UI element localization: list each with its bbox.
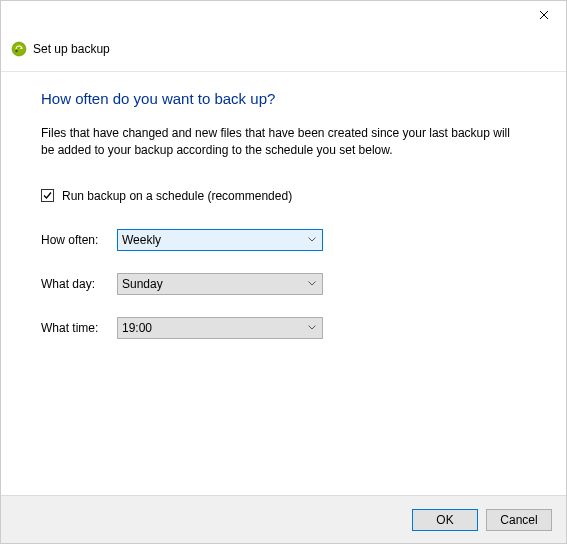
ok-button[interactable]: OK [412, 509, 478, 531]
svg-point-0 [12, 42, 26, 56]
how-often-row: How often: Weekly [41, 229, 526, 251]
what-day-value: Sunday [122, 277, 163, 291]
what-time-dropdown[interactable]: 19:00 [117, 317, 323, 339]
backup-wizard-icon [11, 41, 27, 57]
page-heading: How often do you want to back up? [41, 90, 526, 107]
svg-point-1 [15, 50, 17, 52]
schedule-checkbox-label: Run backup on a schedule (recommended) [62, 189, 292, 203]
titlebar [1, 1, 566, 35]
close-button[interactable] [522, 1, 566, 29]
chevron-down-icon [308, 237, 316, 242]
what-time-value: 19:00 [122, 321, 152, 335]
chevron-down-icon [308, 281, 316, 286]
close-icon [539, 7, 549, 23]
wizard-title: Set up backup [33, 42, 110, 56]
schedule-checkbox-row: Run backup on a schedule (recommended) [41, 189, 526, 203]
what-time-row: What time: 19:00 [41, 317, 526, 339]
what-day-label: What day: [41, 277, 117, 291]
how-often-label: How often: [41, 233, 117, 247]
what-time-label: What time: [41, 321, 117, 335]
wizard-header: Set up backup [1, 35, 566, 72]
chevron-down-icon [308, 325, 316, 330]
what-day-dropdown[interactable]: Sunday [117, 273, 323, 295]
schedule-checkbox[interactable] [41, 189, 54, 202]
page-description: Files that have changed and new files th… [41, 125, 526, 159]
what-day-row: What day: Sunday [41, 273, 526, 295]
footer-button-bar: OK Cancel [1, 495, 566, 543]
cancel-button[interactable]: Cancel [486, 509, 552, 531]
how-often-dropdown[interactable]: Weekly [117, 229, 323, 251]
how-often-value: Weekly [122, 233, 161, 247]
content-area: How often do you want to back up? Files … [1, 72, 566, 339]
